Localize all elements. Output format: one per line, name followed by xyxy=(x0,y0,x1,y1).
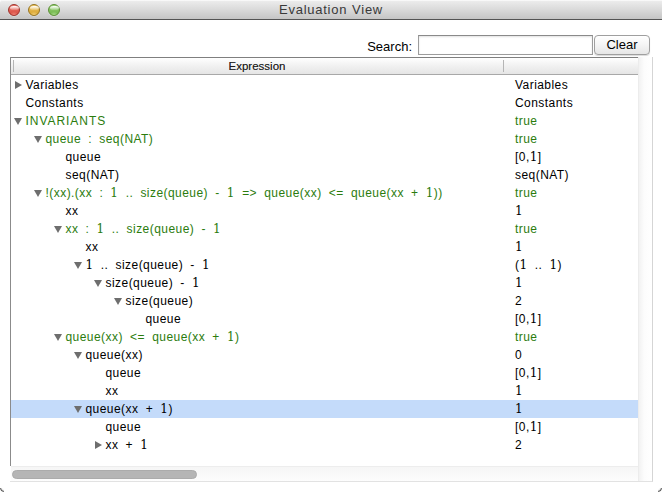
header-separator-columns[interactable] xyxy=(503,60,504,72)
table-row[interactable]: queue[0,1] xyxy=(11,310,638,328)
disclosure-triangle-expanded-icon[interactable] xyxy=(54,226,62,233)
table-row[interactable]: queue[0,1] xyxy=(11,364,638,382)
value-cell[interactable]: seq(NAT) xyxy=(515,166,569,184)
expression-cell[interactable]: xx xyxy=(86,238,99,256)
expression-cell[interactable]: queue xyxy=(66,148,102,166)
evaluation-tree-table: Expression VariablesVariablesConstantsCo… xyxy=(10,57,653,482)
expression-cell[interactable]: queue(xx) <= queue(xx + 1) xyxy=(66,328,240,346)
value-cell[interactable]: true xyxy=(515,130,537,148)
table-row[interactable]: queue(xx)0 xyxy=(11,346,638,364)
expression-cell[interactable]: seq(NAT) xyxy=(66,166,120,184)
vertical-scrollbar[interactable] xyxy=(638,57,652,481)
table-row[interactable]: INVARIANTStrue xyxy=(11,112,638,130)
table-row[interactable]: xx1 xyxy=(11,382,638,400)
table-row[interactable]: !(xx).(xx : 1 .. size(queue) - 1 => queu… xyxy=(11,184,638,202)
value-cell[interactable]: Constants xyxy=(515,94,573,112)
expression-cell[interactable]: size(queue) - 1 xyxy=(106,274,201,292)
value-cell[interactable]: 1 xyxy=(515,238,523,256)
search-input[interactable] xyxy=(418,35,593,55)
search-label: Search: xyxy=(367,39,412,54)
value-cell[interactable]: 1 xyxy=(515,382,523,400)
expression-cell[interactable]: xx xyxy=(106,382,119,400)
window: Evaluation View Search: Clear Expression… xyxy=(0,0,662,492)
disclosure-triangle-expanded-icon[interactable] xyxy=(114,298,122,305)
disclosure-triangle-expanded-icon[interactable] xyxy=(74,262,82,269)
expression-cell[interactable]: queue xyxy=(146,310,182,328)
horizontal-scrollbar-thumb[interactable] xyxy=(12,470,197,480)
disclosure-triangle-expanded-icon[interactable] xyxy=(14,118,22,125)
table-row[interactable]: xx + 12 xyxy=(11,436,638,454)
table-row[interactable]: 1 .. size(queue) - 1(1 .. 1) xyxy=(11,256,638,274)
expression-cell[interactable]: Variables xyxy=(26,76,79,94)
tree-rows: VariablesVariablesConstantsConstantsINVA… xyxy=(11,76,638,465)
expression-cell[interactable]: xx + 1 xyxy=(106,436,149,454)
window-title: Evaluation View xyxy=(0,0,662,19)
value-cell[interactable]: 1 xyxy=(515,274,523,292)
value-cell[interactable]: [0,1] xyxy=(515,310,542,328)
window-corner-right xyxy=(658,488,662,492)
table-row[interactable]: ConstantsConstants xyxy=(11,94,638,112)
value-cell[interactable]: true xyxy=(515,112,537,130)
table-row[interactable]: queue[0,1] xyxy=(11,148,638,166)
disclosure-triangle-collapsed-icon[interactable] xyxy=(15,81,22,89)
table-row[interactable]: VariablesVariables xyxy=(11,76,638,94)
expression-cell[interactable]: queue xyxy=(106,418,142,436)
expression-cell[interactable]: xx : 1 .. size(queue) - 1 xyxy=(66,220,222,238)
expression-cell[interactable]: queue xyxy=(106,364,142,382)
expression-cell[interactable]: queue(xx + 1) xyxy=(86,400,173,418)
value-cell[interactable]: 2 xyxy=(515,436,522,454)
expression-cell[interactable]: queue(xx) xyxy=(86,346,143,364)
value-cell[interactable]: true xyxy=(515,220,537,238)
table-row[interactable]: xx1 xyxy=(11,202,638,220)
expression-cell[interactable]: INVARIANTS xyxy=(26,112,107,130)
expression-cell[interactable]: queue : seq(NAT) xyxy=(46,130,154,148)
window-corner-left xyxy=(0,488,4,492)
titlebar[interactable]: Evaluation View xyxy=(0,0,662,20)
value-cell[interactable]: 0 xyxy=(515,346,522,364)
disclosure-triangle-expanded-icon[interactable] xyxy=(74,406,82,413)
value-cell[interactable]: [0,1] xyxy=(515,148,542,166)
disclosure-triangle-expanded-icon[interactable] xyxy=(34,190,42,197)
table-row[interactable]: queue : seq(NAT)true xyxy=(11,130,638,148)
column-header-expression[interactable]: Expression xyxy=(11,58,503,75)
table-row[interactable]: xx : 1 .. size(queue) - 1true xyxy=(11,220,638,238)
disclosure-triangle-collapsed-icon[interactable] xyxy=(95,441,102,449)
horizontal-scrollbar[interactable] xyxy=(11,466,638,481)
table-row[interactable]: queue(xx) <= queue(xx + 1)true xyxy=(11,328,638,346)
disclosure-triangle-expanded-icon[interactable] xyxy=(94,280,102,287)
value-cell[interactable]: 1 xyxy=(515,202,523,220)
value-cell[interactable]: 2 xyxy=(515,292,522,310)
expression-cell[interactable]: size(queue) xyxy=(126,292,194,310)
value-cell[interactable]: (1 .. 1) xyxy=(515,256,562,274)
value-cell[interactable]: 1 xyxy=(515,400,523,418)
clear-button[interactable]: Clear xyxy=(594,35,650,55)
header-separator-left xyxy=(13,60,14,72)
value-cell[interactable]: [0,1] xyxy=(515,418,542,436)
expression-cell[interactable]: Constants xyxy=(26,94,84,112)
table-row[interactable]: queue[0,1] xyxy=(11,418,638,436)
disclosure-triangle-expanded-icon[interactable] xyxy=(54,334,62,341)
table-row[interactable]: seq(NAT)seq(NAT) xyxy=(11,166,638,184)
disclosure-triangle-expanded-icon[interactable] xyxy=(74,352,82,359)
value-cell[interactable]: [0,1] xyxy=(515,364,542,382)
value-cell[interactable]: true xyxy=(515,184,537,202)
table-header[interactable]: Expression xyxy=(11,58,638,75)
table-row[interactable]: size(queue)2 xyxy=(11,292,638,310)
table-row[interactable]: size(queue) - 11 xyxy=(11,274,638,292)
expression-cell[interactable]: 1 .. size(queue) - 1 xyxy=(86,256,211,274)
table-row[interactable]: queue(xx + 1)1 xyxy=(11,400,638,418)
expression-cell[interactable]: xx xyxy=(66,202,79,220)
disclosure-triangle-expanded-icon[interactable] xyxy=(34,136,42,143)
expression-cell[interactable]: !(xx).(xx : 1 .. size(queue) - 1 => queu… xyxy=(46,184,443,202)
table-row[interactable]: xx1 xyxy=(11,238,638,256)
value-cell[interactable]: Variables xyxy=(515,76,568,94)
value-cell[interactable]: true xyxy=(515,328,537,346)
